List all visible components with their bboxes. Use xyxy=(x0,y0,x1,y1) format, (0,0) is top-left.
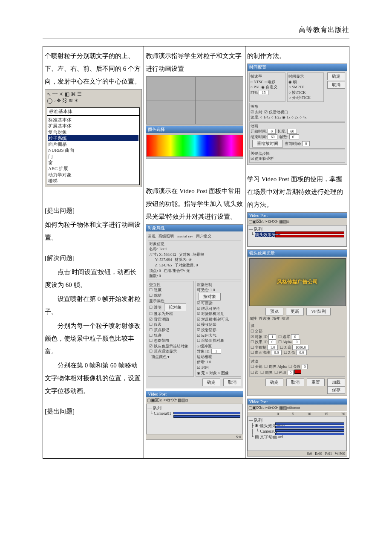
glow-vp-btn[interactable]: VP 队列 xyxy=(306,308,331,315)
cb-alpha[interactable]: Alpha xyxy=(282,340,292,344)
cb-bkface[interactable]: 背面消隐 xyxy=(154,317,169,321)
tab-adv[interactable]: 高级照明 xyxy=(159,234,174,238)
cb-effid[interactable]: 效果 ID xyxy=(255,340,268,344)
opt-none[interactable]: 无 xyxy=(201,371,205,375)
zhi-v[interactable]: 1000.0 xyxy=(292,345,309,350)
end-v[interactable]: 60 xyxy=(287,129,297,134)
cb-zhi[interactable]: Z 高 xyxy=(284,345,291,350)
vp1-toolbar-icon[interactable]: ▢▣⌧⎌ ✂⧉⟲⟳ ▦▧⧈ xyxy=(147,398,188,402)
cb-freeze[interactable]: 冻结 xyxy=(154,293,161,298)
cb-rvis[interactable]: 对摄影机可见 xyxy=(201,312,224,316)
s12[interactable]: 1/2x xyxy=(274,115,281,119)
dd-item-7[interactable]: 窗 xyxy=(48,159,138,165)
mask-v[interactable]: 0 xyxy=(291,334,299,339)
zlo-v[interactable]: 0.0 xyxy=(296,350,307,355)
vp3-timeline[interactable]: — 队列 ├ ✱ 镜头效果光晕 │ └ Camera01 └ ▤ 文字动画.av… xyxy=(248,416,347,451)
dd-item-4[interactable]: 面片栅格 xyxy=(48,141,138,147)
opt-img[interactable]: 图像 xyxy=(221,371,229,375)
rb-ntsc[interactable]: NTSC xyxy=(254,80,263,84)
glow-ok[interactable]: 确定 xyxy=(265,379,283,386)
cb-all2[interactable]: 全部 xyxy=(255,364,262,369)
dd-item-5[interactable]: NURBS 曲面 xyxy=(48,147,138,153)
factor-value[interactable]: 1.0 xyxy=(206,360,211,364)
cb-edges[interactable]: 仅边 xyxy=(154,322,161,327)
cb-inherit[interactable]: 继承可见性 xyxy=(201,306,220,311)
glow-load[interactable]: 加载 xyxy=(327,379,345,386)
dd-item-0[interactable]: 标准基本体 xyxy=(48,117,138,123)
cb-usebar[interactable]: 使用轨迹栏 xyxy=(255,156,274,161)
glow-reset[interactable]: 重置 xyxy=(307,379,325,386)
tab-general[interactable]: 常规 xyxy=(148,234,156,238)
s14[interactable]: 1/4x xyxy=(263,115,270,119)
dd-item-6[interactable]: 门 xyxy=(48,153,138,159)
bright-v[interactable]: 0 xyxy=(302,364,308,369)
s2[interactable]: 2x xyxy=(295,115,299,119)
hue-swatch[interactable] xyxy=(294,370,301,374)
glow-tab-1[interactable]: 首选项 xyxy=(259,316,270,321)
cb-atmos[interactable]: 应用大气 xyxy=(201,333,216,338)
vis-value[interactable]: 1.0 xyxy=(210,288,215,292)
cb-ignore[interactable]: 忽略范围 xyxy=(154,338,169,343)
noclamp-v[interactable]: 1.0 xyxy=(267,345,278,350)
objid-v[interactable]: 1 xyxy=(268,334,277,339)
rb-pal[interactable]: PAL xyxy=(254,85,260,89)
dd-item-2[interactable]: 复合对象 xyxy=(48,129,138,135)
cb-zlo[interactable]: Z 低 xyxy=(288,350,295,355)
dd-item-9[interactable]: 动力学对象 xyxy=(48,172,138,178)
vp2-toolbar-icon[interactable]: ▢▣⌧⎌ ✂⧉⟲⟳ ▦▧⧈ xyxy=(248,219,289,224)
rescale-btn[interactable]: 重缩放时间 xyxy=(252,140,283,147)
btn-byobj-2[interactable]: 按对象 xyxy=(199,293,221,301)
start-v[interactable]: 0 xyxy=(268,129,276,134)
dd-item-8[interactable]: AEC 扩展 xyxy=(48,165,138,171)
color-swatches[interactable] xyxy=(146,135,243,157)
vp3-toolbar-icon[interactable]: ▢▣⌧⎌ ✂⧉⟲⟳ ▦▧⧈⧉⧈⧈⧈ xyxy=(248,405,300,410)
cb-activeonly[interactable]: 仅活动视口 xyxy=(269,110,288,114)
cb-bright[interactable]: 亮度 xyxy=(293,364,301,369)
cb-traj[interactable]: 轨迹 xyxy=(154,333,161,338)
effid-v[interactable]: 0 xyxy=(268,339,277,344)
s4[interactable]: 4x xyxy=(303,115,306,119)
cb-perim2[interactable]: 周界 xyxy=(265,370,273,375)
glow-tab-2[interactable]: 渐变 xyxy=(272,316,280,321)
vp2-timeline[interactable]: — 队列 └ 镜头效果光晕 xyxy=(248,225,347,246)
cb-noclamp[interactable]: 非钳制 xyxy=(255,345,266,350)
cb-grey[interactable]: 以灰色显示冻结对象 xyxy=(154,344,188,348)
objid-value[interactable]: 1 xyxy=(211,349,221,354)
tab-user[interactable]: 用户定义 xyxy=(196,234,211,238)
fps-value[interactable]: 15 xyxy=(259,90,268,95)
cb-hide[interactable]: 隐藏 xyxy=(154,288,161,292)
cb-vcol[interactable]: 顶点通道显示 xyxy=(154,349,177,353)
fcount-v[interactable]: 61 xyxy=(289,134,299,139)
cb-rcvsh[interactable]: 接收阴影 xyxy=(201,322,216,327)
glow-save[interactable]: 保存 xyxy=(327,386,345,394)
tab-mray[interactable]: mental ray xyxy=(177,234,193,238)
glow-tab-0[interactable]: 属性 xyxy=(249,316,257,321)
glow-update-btn[interactable]: 更新 xyxy=(286,308,304,315)
cb-all[interactable]: 全部 xyxy=(255,329,262,333)
cb-mask[interactable]: 遮罩 xyxy=(282,335,290,339)
surf-v[interactable]: 0.0 xyxy=(271,350,282,355)
cb-occl[interactable]: 渲染阻挡对象 xyxy=(201,338,224,343)
objprop-cancel[interactable]: 取消 xyxy=(223,379,241,386)
cb-seethrough[interactable]: 透明 xyxy=(154,305,161,309)
opt-obj[interactable]: 对象 xyxy=(209,371,217,375)
alpha-v[interactable]: 0 xyxy=(293,339,301,344)
cb-reflvis[interactable]: 对反射/折射可见 xyxy=(201,317,229,321)
cb-castsh[interactable]: 投射阴影 xyxy=(201,328,216,332)
category-list[interactable]: 标准基本体 扩展基本体 复合对象 粒子系统 面片栅格 NURBS 曲面 门 窗 … xyxy=(47,116,140,185)
rb-tick[interactable]: 帧:TICK xyxy=(292,90,306,95)
objprop-ok[interactable]: 确定 xyxy=(202,379,220,386)
s1[interactable]: 1x xyxy=(287,115,291,119)
rb-custom[interactable]: 自定义 xyxy=(266,85,277,89)
cb-vtick[interactable]: 顶点标记 xyxy=(154,328,169,332)
rb-frame[interactable]: 帧 xyxy=(293,80,297,84)
dd-item-3[interactable]: 粒子系统 xyxy=(48,135,138,141)
cur-v[interactable]: 0 xyxy=(302,141,310,146)
len-v[interactable]: 60 xyxy=(268,134,277,139)
timecfg-cancel[interactable]: 取消 xyxy=(327,81,345,89)
cb-hue[interactable]: 色调 xyxy=(279,370,286,375)
rb-mmss[interactable]: 分:秒:TICK xyxy=(292,95,311,100)
cb-surf[interactable]: 曲面法线 xyxy=(255,350,270,355)
cb-rt[interactable]: 实时 xyxy=(255,110,262,114)
glow-cancel[interactable]: 取消 xyxy=(286,379,304,386)
